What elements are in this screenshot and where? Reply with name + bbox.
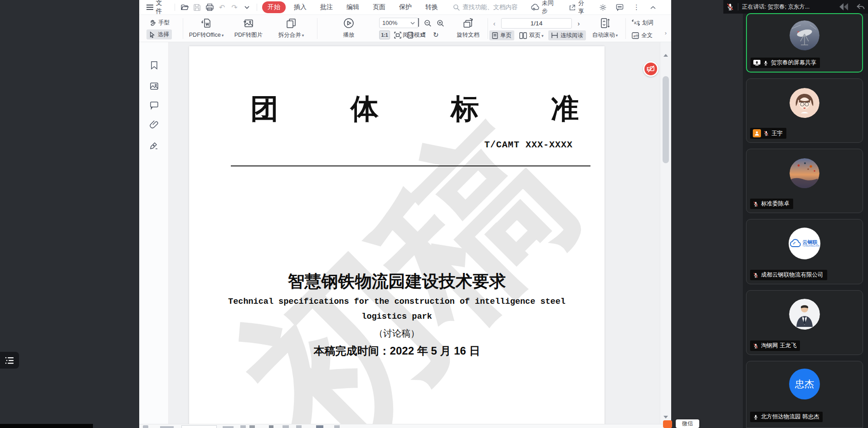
rotate-left-button[interactable]: ↺	[418, 30, 429, 39]
select-tool-label: 选择	[158, 31, 169, 39]
rotate-document-button[interactable]: 旋转文档	[453, 16, 483, 41]
status-icon[interactable]	[269, 425, 273, 428]
select-tool-button[interactable]: 选择	[146, 29, 172, 39]
reply-arrow-icon[interactable]	[856, 2, 865, 11]
tab-edit[interactable]: 编辑	[341, 1, 365, 13]
share-button[interactable]: 分享	[566, 0, 592, 15]
girl-avatar-image	[790, 88, 819, 118]
toolbar-overflow-button[interactable]: ›	[662, 27, 670, 39]
tab-insert[interactable]: 插入	[288, 1, 312, 13]
tab-page[interactable]: 页面	[367, 1, 391, 13]
company-logo: 云钢联 YUNGANGLIAN	[790, 239, 819, 248]
chat-bubble-icon	[616, 4, 624, 11]
auto-scroll-button[interactable]: 自动滚动▾	[588, 16, 622, 41]
participant-tile[interactable]: 王宇	[746, 78, 863, 143]
sync-status-button[interactable]: 未同步	[528, 0, 561, 15]
search-icon	[453, 4, 460, 11]
comment-panel-icon[interactable]	[149, 100, 159, 110]
layers-icon[interactable]	[837, 2, 853, 11]
signature-icon[interactable]	[149, 140, 159, 150]
scroll-up-arrow[interactable]	[663, 54, 668, 57]
rotate-ccw-icon: ↺	[420, 31, 426, 39]
more-menu-button[interactable]: ⋮	[632, 3, 641, 12]
draft-note: （讨论稿）	[189, 327, 605, 340]
attachment-icon[interactable]	[149, 119, 159, 129]
fit-page-button[interactable]	[405, 30, 416, 39]
standard-number: T/CAMT XXX-XXXX	[484, 140, 573, 150]
tab-home[interactable]: 开始	[262, 1, 286, 13]
full-text-button[interactable]: a中 全文	[629, 30, 655, 40]
status-icon[interactable]	[249, 425, 255, 428]
auto-scroll-icon	[600, 17, 610, 29]
divider	[317, 18, 317, 39]
image-panel-icon[interactable]	[149, 81, 159, 91]
prev-page-button[interactable]: ‹	[489, 18, 499, 29]
tab-convert[interactable]: 转换	[420, 1, 444, 13]
status-icon[interactable]	[334, 425, 340, 428]
status-icon[interactable]	[296, 425, 302, 428]
status-icon[interactable]	[240, 425, 246, 428]
svg-text:a文: a文	[634, 20, 640, 25]
undo-button[interactable]: ↶	[218, 3, 226, 12]
save-button[interactable]	[193, 3, 201, 12]
double-page-button[interactable]: 双页▾	[517, 30, 546, 40]
search-input[interactable]: 查找功能、文档内容	[453, 3, 528, 11]
next-page-button[interactable]: ›	[574, 18, 584, 29]
zoom-out-button[interactable]	[422, 18, 433, 28]
side-tool-panel	[139, 42, 169, 424]
scrollbar-thumb[interactable]	[663, 76, 669, 163]
vertical-scrollbar[interactable]	[660, 42, 671, 424]
actual-size-button[interactable]: 1:1	[379, 30, 390, 39]
play-button[interactable]: 播放	[335, 16, 362, 41]
file-menu[interactable]: 文件	[144, 0, 171, 15]
redo-button[interactable]: ↷	[230, 3, 239, 12]
outline-toggle-button[interactable]	[0, 352, 19, 369]
pdf-to-image-button[interactable]: PDF转图片	[229, 16, 268, 41]
single-page-button[interactable]: 单页	[489, 30, 514, 40]
pdf-to-office-button[interactable]: PDF转Office▾	[187, 16, 226, 41]
document-viewport[interactable]: 初稿 团体标准 T/CAMT XXX-XXXX 智慧钢铁物流园建设技术要求 Te…	[169, 42, 671, 424]
balloons-avatar-image	[790, 158, 819, 188]
split-merge-button[interactable]: 拆分合并▾	[272, 16, 311, 41]
print-button[interactable]	[205, 3, 214, 12]
status-icon[interactable]	[283, 425, 289, 428]
page-indicator-input[interactable]: 1/14	[501, 18, 572, 29]
participant-tile[interactable]: 标准委陈卓	[746, 149, 863, 213]
participant-tile[interactable]: 淘钢网 王龙飞	[746, 290, 863, 355]
participant-tile-screenshare[interactable]: 贺宗春的屏幕共享	[746, 13, 863, 73]
tab-comment[interactable]: 批注	[315, 1, 338, 13]
zoom-level-select[interactable]: 100%	[379, 18, 418, 28]
participant-tile[interactable]: 忠杰 北方恒达物流园 韩忠杰	[746, 361, 863, 428]
zoom-in-button[interactable]	[435, 18, 446, 28]
rotate-right-button[interactable]: ↻	[430, 30, 441, 39]
word-translate-button[interactable]: a文 划词	[629, 18, 656, 28]
more-commands-button[interactable]	[243, 3, 251, 12]
auto-scroll-label: 自动滚动▾	[592, 31, 618, 39]
tab-protect[interactable]: 保护	[394, 1, 417, 13]
scroll-down-arrow[interactable]	[663, 416, 668, 418]
participant-name: 标准委陈卓	[761, 200, 790, 208]
status-input[interactable]	[181, 425, 217, 428]
status-dots	[160, 426, 174, 428]
single-page-label: 单页	[500, 32, 512, 39]
open-file-button[interactable]	[180, 3, 189, 12]
pdf-to-office-label: PDF转Office▾	[189, 31, 224, 39]
status-icon[interactable]	[316, 425, 323, 428]
feedback-button[interactable]	[615, 3, 624, 12]
mic-muted-icon	[753, 343, 759, 349]
continuous-read-button[interactable]: 连续阅读	[548, 30, 586, 40]
status-icon[interactable]	[143, 425, 148, 428]
participant-name: 北方恒达物流园 韩忠杰	[761, 413, 819, 421]
wechat-dock-icon[interactable]	[663, 420, 672, 428]
translate-toggle-badge[interactable]: E	[643, 61, 658, 77]
mic-muted-icon[interactable]	[726, 2, 734, 11]
bookmark-icon[interactable]	[149, 60, 159, 70]
fit-width-button[interactable]	[392, 30, 403, 39]
svg-text:a中: a中	[634, 34, 639, 38]
settings-button[interactable]	[599, 3, 607, 12]
mic-muted-icon	[753, 201, 759, 207]
hand-tool-button[interactable]: 手型	[146, 18, 172, 28]
mic-muted-icon	[763, 130, 769, 136]
participant-tile[interactable]: 云钢联 YUNGANGLIAN 成都云钢联物流有限公司	[746, 219, 863, 284]
collapse-toolbar-button[interactable]	[649, 3, 658, 12]
